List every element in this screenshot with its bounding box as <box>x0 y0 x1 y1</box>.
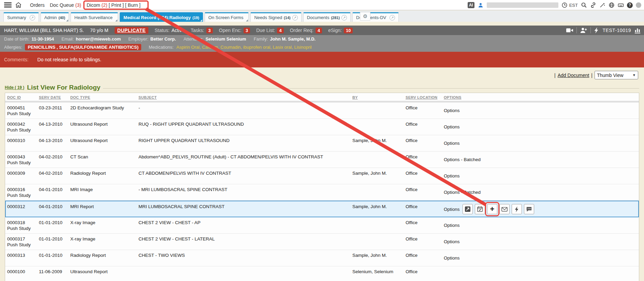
table-row[interactable]: 0000309 04-02-2010 Radiology Report CT A… <box>5 168 639 184</box>
add-person-icon[interactable] <box>580 27 587 33</box>
table-row[interactable]: 0000312 04-01-2010 MRI Report MRI LUMBOS… <box>5 201 639 217</box>
medication-item[interactable]: Calcium <box>200 45 218 50</box>
sort-doc-id[interactable]: DOC ID <box>7 95 38 99</box>
popout-icon[interactable]: ↗ <box>390 15 395 20</box>
allergies-badge[interactable]: PENICILLINS , SULFA(SULFONAMIDE ANTIBIOT… <box>25 44 141 50</box>
calendar-check-icon[interactable] <box>475 204 485 214</box>
patient-counter[interactable]: Open Enc: 3 <box>219 28 250 33</box>
counter-badge[interactable]: 4 <box>316 28 322 33</box>
popout-icon[interactable]: ↗ <box>30 15 35 20</box>
options-link[interactable]: Options <box>444 108 460 113</box>
patient-counter[interactable]: eSign: 10 <box>328 28 353 33</box>
options-link[interactable]: Options <box>444 173 460 179</box>
help-icon[interactable]: ? <box>627 2 633 8</box>
clock-icon[interactable] <box>561 2 568 8</box>
image-export-icon[interactable] <box>463 204 473 214</box>
doc-id-cell: 0000100 <box>7 269 38 275</box>
options-link[interactable]: Options - Batched <box>444 157 481 162</box>
sort-serv-location[interactable]: SERV LOCATION <box>406 95 442 99</box>
chat-icon[interactable] <box>524 204 534 214</box>
table-row[interactable]: 0000317Push Study 01-01-2010 X-ray Image… <box>5 234 639 250</box>
serv-date-cell: 01-01-2010 <box>39 252 70 258</box>
sort-subject[interactable]: SUBJECT <box>138 95 351 99</box>
video-camera-icon[interactable] <box>566 28 573 33</box>
chart-tab[interactable]: Medical Record (174):Radiology (19) <box>120 12 203 22</box>
options-link[interactable]: Options <box>444 239 460 245</box>
table-row[interactable]: 0000313 01-01-2010 Radiology Report CHES… <box>5 250 639 266</box>
chart-tab[interactable]: Health Surveillance <box>71 12 118 22</box>
sort-by[interactable]: BY <box>352 95 404 99</box>
table-row[interactable]: 0000310 04-13-2010 Ultrasound Report RIG… <box>5 135 639 152</box>
plus-icon[interactable]: + <box>487 204 497 214</box>
table-row[interactable]: 0000342Push Study 04-13-2010 Ultrasound … <box>5 119 639 135</box>
counter-badge[interactable]: 4 <box>277 28 283 33</box>
options-link[interactable]: Options <box>444 222 460 228</box>
chart-tab[interactable]: On Screen Forms <box>205 12 249 22</box>
patient-counter[interactable]: Order Req: 4 <box>290 28 322 33</box>
bolt-icon[interactable] <box>594 27 599 33</box>
sort-doc-type[interactable]: DOC TYPE <box>70 95 137 99</box>
table-row[interactable]: 0000100 11-06-2009 Ultrasound Report Sel… <box>5 266 639 281</box>
options-link[interactable]: Options <box>444 206 460 212</box>
nav-dicom[interactable]: Dicom (2) [ Print ] [ Burn ] <box>87 0 141 10</box>
duplicate-badge[interactable]: DUPLICATE <box>115 27 149 34</box>
medication-item[interactable]: Aspirin Oral <box>176 45 200 50</box>
patient-counters: Tasks: 3 Open Enc: 3 Due List: 4 Order R… <box>191 28 353 33</box>
counter-badge[interactable]: 3 <box>244 28 250 33</box>
serv-date-cell: 04-02-2010 <box>39 154 70 160</box>
bolt-icon[interactable] <box>512 204 522 214</box>
medication-item[interactable]: ibuprofen oral <box>241 45 270 50</box>
counter-badge[interactable]: 10 <box>344 28 353 33</box>
popout-icon[interactable]: ↗ <box>341 15 347 20</box>
dicom-count: (2) <box>102 2 107 8</box>
view-select[interactable]: Thumb View ▼ <box>595 71 638 79</box>
chart-tab[interactable]: Documents (281) ↗ <box>303 12 351 22</box>
sort-options[interactable]: OPTIONS <box>444 95 462 99</box>
envelope-icon[interactable] <box>499 204 510 214</box>
options-link[interactable]: Options <box>444 255 460 261</box>
chart-tab[interactable]: Admin (40) <box>41 12 69 22</box>
doc-type-cell: X-ray Image <box>70 236 137 242</box>
menu-icon[interactable] <box>4 2 12 8</box>
medication-item[interactable]: Coumadin <box>218 45 241 50</box>
chart-tab[interactable]: Needs Signed (14) ↗ <box>250 12 301 22</box>
row-action-icons: + <box>463 204 534 214</box>
options-link[interactable]: Options <box>444 140 460 146</box>
chart-icon[interactable] <box>634 27 641 33</box>
link-icon[interactable] <box>590 2 596 8</box>
popout-icon[interactable]: ↗ <box>292 15 298 20</box>
medication-item[interactable]: Lasix oral <box>270 45 292 50</box>
by-cell: Selenium, Selenium <box>352 269 404 275</box>
counter-badge[interactable]: 3 <box>206 28 213 33</box>
ai-badge[interactable]: AI <box>468 2 474 8</box>
serv-location-cell: Office <box>406 154 442 160</box>
chart-tab[interactable]: Documents-DV ↗ <box>352 12 399 22</box>
nav-orders[interactable]: Orders <box>30 0 45 10</box>
serv-date-cell: 03-23-2011 <box>39 105 70 111</box>
home-icon[interactable] <box>15 2 22 10</box>
subject-cell: CHEST 2 VIEW - CHEST - LATERAL <box>138 236 351 242</box>
add-document-link[interactable]: Add Document <box>558 73 589 78</box>
dicom-print-link[interactable]: [ Print ] <box>109 2 124 8</box>
search-icon[interactable] <box>581 2 587 8</box>
table-row[interactable]: 0000451Push Study 03-23-2011 2D Echocard… <box>5 103 639 119</box>
patient-counter[interactable]: Tasks: 3 <box>191 28 213 33</box>
chart-tab[interactable]: Summary ↗ <box>3 12 39 22</box>
globe-icon[interactable] <box>609 2 615 8</box>
keyboard-icon[interactable] <box>618 2 624 8</box>
table-row[interactable]: 0000318Push Study 01-01-2010 X-ray Image… <box>5 217 639 234</box>
options-link[interactable]: Options <box>444 124 460 130</box>
wand-icon[interactable] <box>599 2 605 8</box>
dicom-burn-link[interactable]: [ Burn ] <box>125 2 141 8</box>
medication-item[interactable]: Lisinopril <box>292 45 312 50</box>
tabs-settings-gear-button[interactable]: ⚙ <box>360 12 370 21</box>
hide-link[interactable]: Hide ( 19 ) <box>5 85 24 90</box>
patient-counter[interactable]: Due List: 4 <box>256 28 283 33</box>
tab-count: (40) <box>58 16 65 20</box>
sort-serv-date[interactable]: SERV DATE <box>39 95 70 99</box>
table-row[interactable]: 0000316Push Study 04-01-2010 MRI Image -… <box>5 184 639 201</box>
table-row[interactable]: 0000343Push Study 04-02-2010 CT Scan Abd… <box>5 152 639 168</box>
options-link[interactable]: Options - Batched <box>444 189 481 195</box>
subject-cell: CHEST 2 VIEW - CHEST - AP <box>138 220 351 225</box>
nav-doc-queue[interactable]: Doc Queue (3) <box>50 0 81 10</box>
